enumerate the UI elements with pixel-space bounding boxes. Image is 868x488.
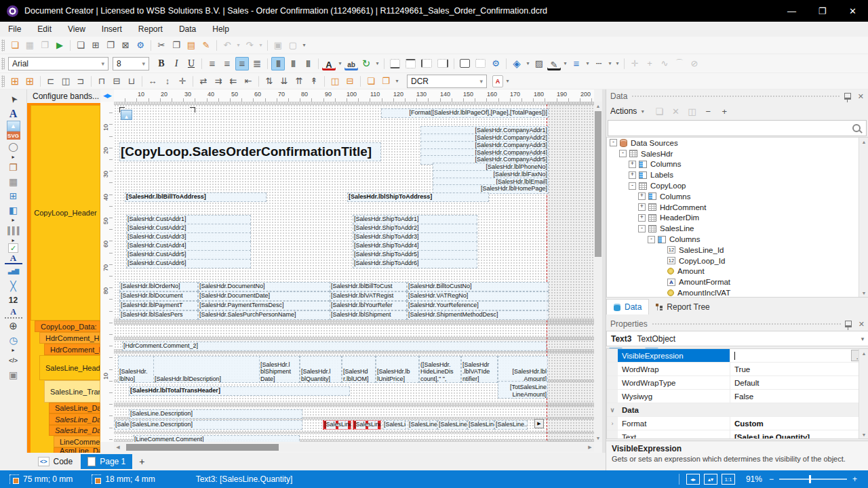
report-field[interactable]: [SalesLine. xyxy=(353,420,381,430)
menu-data[interactable]: Data xyxy=(171,22,204,37)
report-field[interactable]: [SalesHdr.CustAddr6] xyxy=(126,259,251,268)
tree-expander[interactable]: + xyxy=(638,214,646,222)
valign-bottom-button[interactable]: ||| xyxy=(301,57,315,70)
property-row[interactable]: WordWrapTrue xyxy=(607,363,868,376)
tree-expander[interactable]: - xyxy=(648,236,655,243)
remove-h-spacing-button[interactable]: ⇤ xyxy=(241,75,255,88)
report-field[interactable]: [SalesHdr.CustAddr4] xyxy=(126,241,251,251)
redo-button[interactable]: ↷ xyxy=(243,39,256,52)
band-copyloop-data[interactable]: CopyLoop_Data: xyxy=(35,321,100,332)
report-field[interactable]: [SalesHdr.ShipToAddr2] xyxy=(353,224,477,233)
align-bottoms-button[interactable]: ⊔ xyxy=(125,75,138,88)
align-right-button[interactable]: ≡ xyxy=(235,57,249,70)
report-field[interactable]: [SalesHdr.BilltoCustNo] xyxy=(407,282,549,291)
chevron-down-icon[interactable]: ▾ xyxy=(639,104,646,118)
data-search-input[interactable] xyxy=(608,121,852,135)
property-value[interactable]: [SalesLine.Quantity] xyxy=(730,430,868,439)
picture-tool[interactable]: ▲ xyxy=(7,121,20,131)
report-field[interactable]: [SalesLine.Description] xyxy=(129,409,302,419)
line-tool[interactable]: ╳ xyxy=(5,279,22,293)
report-field[interactable]: [SalesHdr.ShipToAddr3] xyxy=(353,232,477,242)
band-linecomment-data[interactable]: LineComment xyxy=(54,436,100,447)
separator[interactable] xyxy=(506,58,507,69)
tree-item[interactable]: Amount xyxy=(607,266,868,277)
bold-button[interactable]: B xyxy=(155,57,168,70)
signature-tool[interactable]: ▣ xyxy=(5,367,22,382)
property-value[interactable]: Default xyxy=(730,376,868,389)
toolbar-overflow-button[interactable]: ▾ xyxy=(614,57,620,70)
report-field[interactable]: [SalesLine xyxy=(467,420,494,430)
report-field[interactable]: [SalesHdr.ShipToAddr6] xyxy=(353,259,477,268)
align-middles-button[interactable]: ⊟ xyxy=(110,75,123,88)
collapse-all-button[interactable]: − xyxy=(701,104,715,118)
toolbar-grip[interactable] xyxy=(1,39,5,52)
scroll-down-icon[interactable]: ▼ xyxy=(860,430,868,439)
report-field[interactable]: [SalesHdr.ShipToAddr1] xyxy=(353,215,477,224)
report-field[interactable]: [SalesHdr.lblDescription] xyxy=(153,356,261,383)
border-none-button[interactable] xyxy=(475,59,486,68)
separator[interactable] xyxy=(258,76,259,87)
cut-button[interactable]: ✂ xyxy=(155,39,168,52)
ruler-splitter-icon[interactable]: ◀▶ xyxy=(100,89,114,102)
report-field[interactable]: [SalesHdr.ShipToAddr4] xyxy=(353,241,477,251)
property-value[interactable]: False xyxy=(730,390,868,403)
align-center-button[interactable]: ≡ xyxy=(220,57,234,70)
property-value[interactable] xyxy=(730,403,868,416)
minimize-button[interactable]: — xyxy=(776,0,807,22)
report-field[interactable]: [Format([SalesHdr.lblPageOf],[Page],[Tot… xyxy=(381,108,549,118)
checkbox-tool[interactable]: ✓ xyxy=(8,243,18,253)
separator[interactable] xyxy=(193,76,193,87)
report-field[interactable]: [SalesHdr.SalesPurchPersonName] xyxy=(198,310,340,320)
band-salesline-data[interactable]: SalesLine_Data xyxy=(49,403,100,413)
curve-button[interactable]: ⌒ xyxy=(673,57,686,70)
separator[interactable] xyxy=(142,76,142,87)
menu-report[interactable]: Report xyxy=(130,22,171,37)
font-color-menu-button[interactable]: ▾ xyxy=(337,57,343,70)
report-field[interactable]: [SalesLine... xyxy=(437,420,467,430)
logo-image-placeholder[interactable]: ▲ xyxy=(121,110,132,120)
align-justify-button[interactable]: ≣ xyxy=(250,57,264,70)
separator[interactable] xyxy=(318,58,319,69)
report-field[interactable]: [SalesLine... xyxy=(408,420,437,430)
redo-menu-button[interactable]: ▾ xyxy=(258,39,264,52)
tree-expander[interactable]: - xyxy=(619,150,627,157)
toolbar-overflow-button[interactable]: ▾ xyxy=(374,57,380,70)
zoom-slider-thumb[interactable] xyxy=(809,475,811,483)
report-field[interactable]: [SalesHdr.ShipToAddr5] xyxy=(353,250,477,260)
scroll-up-icon[interactable]: ▲ xyxy=(860,349,868,357)
separator[interactable] xyxy=(324,76,325,87)
report-page[interactable]: ▲ [Format([SalesHdr.lblPageOf],[Page],[T… xyxy=(114,102,594,442)
fit-width-button[interactable]: ◂▸ xyxy=(686,474,700,485)
report-field[interactable]: [SalesHdr.DocumentNo] xyxy=(198,282,340,291)
band-salesline-data-3[interactable]: SalesLine_Dat xyxy=(49,425,100,436)
tree-expander[interactable]: - xyxy=(629,182,636,190)
band-hdrcomment-header[interactable]: HdrComment_Hea xyxy=(39,332,100,344)
border-all-button[interactable] xyxy=(460,59,470,68)
report-field[interactable]: [SalesHdr.l blShipment Date] xyxy=(259,356,300,383)
zoom-in-button[interactable]: + xyxy=(852,474,857,484)
property-row[interactable]: Text[SalesLine.Quantity] xyxy=(607,430,868,439)
report-field[interactable]: [SalesHdr.CustAddr2] xyxy=(126,224,251,233)
line-style-button[interactable]: ┄ xyxy=(592,57,606,70)
save-all-button[interactable]: ❐ xyxy=(38,39,52,52)
clear-format-button[interactable]: ↻ xyxy=(359,57,373,70)
canvas-vertical-scrollbar[interactable]: ▲ ▼ xyxy=(594,102,602,442)
tree-item[interactable]: 12CopyLoop_Id xyxy=(607,256,868,266)
layout-combo[interactable]: DCR ▾ xyxy=(407,75,487,88)
report-field[interactable]: [SalesHdr.CustAddr5] xyxy=(126,250,251,260)
paste-button[interactable]: ▤ xyxy=(184,39,198,52)
datasource-edit-button[interactable]: ❏ xyxy=(652,104,666,118)
menu-edit[interactable]: Edit xyxy=(29,22,60,37)
align-left-button[interactable]: ≡ xyxy=(205,57,219,70)
datasource-view-button[interactable]: ◫ xyxy=(685,104,698,118)
property-value[interactable] xyxy=(730,349,850,362)
property-gutter-icon[interactable]: › xyxy=(607,417,618,430)
search-icon[interactable] xyxy=(852,124,861,132)
line-color-menu-button[interactable]: ▾ xyxy=(562,57,568,70)
undo-button[interactable]: ↶ xyxy=(220,39,234,52)
cell-text-tool[interactable]: A xyxy=(5,307,22,319)
property-row[interactable]: ∨Data xyxy=(607,403,868,417)
tree-item[interactable]: AAmountFormat xyxy=(607,277,868,287)
property-value[interactable]: True xyxy=(730,363,868,375)
delete-page-button[interactable]: ⊠ xyxy=(119,39,132,52)
